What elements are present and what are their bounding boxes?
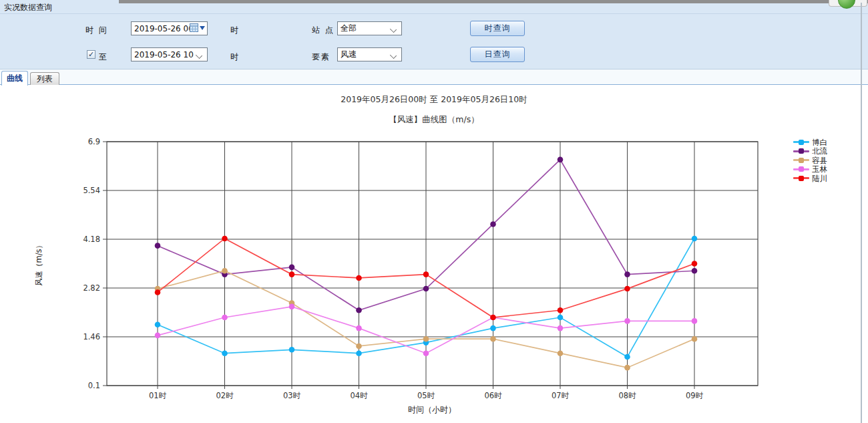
series-point-0 <box>222 350 228 356</box>
legend-dot-icon <box>799 148 804 154</box>
x-tick-label: 02时 <box>216 391 234 400</box>
series-point-4 <box>692 261 698 267</box>
series-point-1 <box>692 268 698 274</box>
legend-label: 玉林 <box>812 165 827 173</box>
station-select[interactable]: 全部 <box>337 21 402 35</box>
x-tick-label: 01时 <box>149 391 167 400</box>
series-point-2 <box>558 350 564 356</box>
green-status-button[interactable] <box>838 0 855 9</box>
window-tab-realtime-data-query[interactable]: 实况数据查询 <box>0 0 119 13</box>
legend-item-1: 北流 <box>793 147 827 156</box>
series-point-0 <box>692 236 698 242</box>
day-query-button[interactable]: 日查询 <box>470 47 525 62</box>
start-time-input[interactable]: 2019-05-26 00 <box>131 21 208 35</box>
x-axis-label: 时间（小时） <box>408 405 456 414</box>
checkbox-check-icon: ✓ <box>88 50 94 59</box>
station-label: 站 点 <box>312 25 335 36</box>
view-tabbar: 曲线 列表 <box>0 69 868 85</box>
series-point-4 <box>558 307 564 313</box>
series-point-1 <box>356 307 362 313</box>
x-tick-label: 04时 <box>350 391 368 400</box>
series-point-4 <box>423 271 429 277</box>
legend-dot-icon <box>799 176 804 181</box>
y-tick-label: 2.82 <box>83 283 100 293</box>
top-window-strip <box>119 0 868 3</box>
series-point-2 <box>692 336 698 342</box>
series-point-4 <box>289 271 295 277</box>
series-point-4 <box>624 286 630 292</box>
chevron-down-icon <box>390 52 397 59</box>
y-tick-label: 1.46 <box>83 332 100 341</box>
series-point-3 <box>624 318 630 324</box>
series-point-0 <box>155 321 161 327</box>
station-value: 全部 <box>341 23 357 34</box>
hour-suffix: 时 <box>230 25 240 36</box>
series-point-3 <box>289 304 295 310</box>
x-tick-label: 03时 <box>283 391 301 400</box>
series-point-1 <box>490 221 496 227</box>
end-time-input[interactable]: 2019-05-26 10 <box>131 47 208 61</box>
time-label: 时 间 <box>85 25 108 36</box>
legend-label: 容县 <box>812 156 827 164</box>
series-point-3 <box>692 318 698 324</box>
series-point-2 <box>222 268 228 274</box>
series-point-4 <box>155 289 161 295</box>
legend-label: 陆川 <box>812 174 827 182</box>
legend-item-4: 陆川 <box>793 174 827 183</box>
series-point-3 <box>356 325 362 331</box>
x-tick-label: 06时 <box>484 391 502 400</box>
legend-label: 北流 <box>812 147 827 155</box>
calendar-icon[interactable] <box>190 23 198 32</box>
to-label: 至 <box>99 51 108 63</box>
legend-marker-icon <box>793 150 809 152</box>
plot-border <box>107 142 758 386</box>
tab-list[interactable]: 列表 <box>30 72 59 85</box>
series-point-1 <box>423 286 429 292</box>
series-point-0 <box>490 325 496 331</box>
series-point-0 <box>356 350 362 356</box>
chart-title: 2019年05月26日00时 至 2019年05月26日10时 <box>0 94 868 106</box>
hour-query-button[interactable]: 时查询 <box>470 21 525 36</box>
tab-curve[interactable]: 曲线 <box>1 71 28 86</box>
chevron-down-icon <box>196 52 202 59</box>
to-checkbox[interactable]: ✓ <box>87 50 95 59</box>
chart-svg: 6.95.544.182.821.460.101时02时03时04时05时06时… <box>0 128 868 423</box>
series-point-2 <box>356 343 362 349</box>
y-axis-label: 风速（m/s） <box>34 241 43 286</box>
series-point-1 <box>155 243 161 249</box>
tab-strip-divider <box>0 13 868 14</box>
legend-marker-icon <box>793 177 809 179</box>
y-tick-label: 5.54 <box>83 186 100 195</box>
series-point-0 <box>289 347 295 353</box>
x-tick-label: 05时 <box>417 391 435 400</box>
series-point-4 <box>490 315 496 321</box>
series-point-2 <box>423 336 429 342</box>
series-point-3 <box>222 315 228 321</box>
legend-label: 博白 <box>812 138 827 146</box>
element-value: 风速 <box>341 49 357 60</box>
query-panel: 实况数据查询 时 间 2019-05-26 00 时 站 点 全部 时查询 <box>0 0 868 69</box>
app-window: 实况数据查询 时 间 2019-05-26 00 时 站 点 全部 时查询 <box>0 0 868 423</box>
y-tick-label: 0.1 <box>88 381 100 390</box>
hour-suffix: 时 <box>230 51 240 63</box>
x-tick-label: 09时 <box>686 391 704 400</box>
series-point-2 <box>490 336 496 342</box>
date-dropdown-arrow-icon[interactable] <box>200 26 205 30</box>
start-time-value: 2019-05-26 00 <box>134 24 194 33</box>
element-select[interactable]: 风速 <box>337 47 402 61</box>
window-right-border <box>861 3 862 423</box>
chart-legend: 博白北流容县玉林陆川 <box>793 138 827 183</box>
legend-dot-icon <box>799 140 804 145</box>
series-point-3 <box>558 325 564 331</box>
series-point-1 <box>289 265 295 271</box>
legend-dot-icon <box>799 166 804 172</box>
series-point-2 <box>624 365 630 371</box>
series-point-3 <box>423 350 429 356</box>
legend-marker-icon <box>793 141 809 143</box>
element-label: 要素 <box>312 51 331 63</box>
series-point-4 <box>356 275 362 281</box>
series-point-4 <box>222 236 228 242</box>
legend-dot-icon <box>799 158 804 163</box>
series-point-3 <box>155 333 161 339</box>
end-time-value: 2019-05-26 10 <box>134 50 194 59</box>
